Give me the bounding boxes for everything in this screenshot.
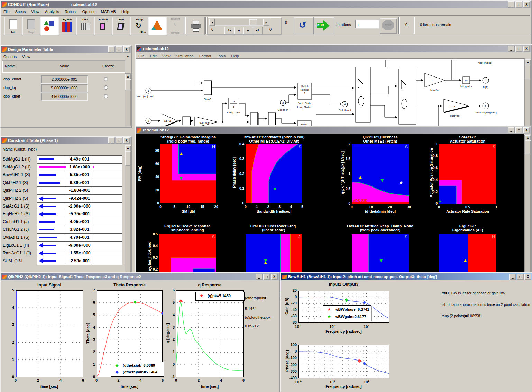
conduit-riptide-button[interactable]: CONDUIT ⑊ RIPTIDE: [166, 17, 184, 35]
freeze-radio[interactable]: [104, 94, 108, 98]
constraint-row[interactable]: CrsLnG1 2 (J)3.82e-001: [1, 226, 122, 234]
minimize-button[interactable]: _: [256, 274, 263, 280]
close-button[interactable]: X: [523, 1, 530, 8]
constraint-row[interactable]: QikPiH2 1 (S)6.89e-001: [1, 179, 122, 187]
maximize-button[interactable]: □: [515, 127, 522, 133]
slider-track[interactable]: [214, 19, 264, 26]
constraint-scrollbar[interactable]: ▲: [125, 145, 131, 274]
plot-button[interactable]: [40, 17, 58, 35]
eval-button[interactable]: Eval: [112, 17, 130, 35]
freeze-radio[interactable]: [104, 77, 108, 81]
axis-tick-label: 3: [163, 325, 175, 329]
minimize-button[interactable]: _: [508, 127, 515, 133]
menu-options[interactable]: Options: [82, 10, 95, 14]
chevron-down-icon[interactable]: ▾: [127, 55, 129, 58]
value-field[interactable]: 4.500000e+000: [41, 93, 88, 101]
minimize-button[interactable]: _: [508, 1, 515, 8]
menu-view[interactable]: View: [31, 10, 39, 14]
iterations-input[interactable]: [355, 20, 379, 29]
print-button[interactable]: [187, 17, 205, 35]
constraint-row[interactable]: OvsAtH1 1 (S)4.70e-001: [1, 234, 122, 241]
menu-analysis[interactable]: Analysis: [45, 10, 59, 14]
constraint-row[interactable]: SUM_OBJ-2.53e-001: [1, 257, 122, 265]
gain-neg1-block[interactable]: [425, 73, 445, 87]
close-button[interactable]: X: [123, 46, 130, 53]
constraint-bar: [43, 213, 56, 215]
menu-specs[interactable]: Specs: [15, 10, 26, 14]
menu-file[interactable]: File: [3, 10, 10, 14]
slider-thumb[interactable]: [249, 19, 257, 25]
constraint-row[interactable]: FrqHeH2 1 (S)-5.75e-001: [1, 210, 122, 218]
qikpih2-titlebar[interactable]: QikPiH2 (QikPiH2 1): Input Signal1 Theta…: [1, 273, 279, 280]
menu-tools[interactable]: Tools: [217, 54, 226, 58]
freeze-radio[interactable]: [104, 85, 108, 90]
constraint-row[interactable]: StbMgG1 2 (H)1.68e+000: [1, 163, 122, 171]
simulink-titlebar[interactable]: rcdemoLab12 _ □ X: [136, 45, 531, 52]
constraint-row[interactable]: EigLcG1 1 (H)-9.00e+000: [1, 241, 122, 249]
hqmin-button[interactable]: HQ MIN: [58, 17, 76, 35]
pcomb-button[interactable]: Pcomb: [94, 17, 112, 35]
constraint-row[interactable]: QikPiH2 2 (S)-1.80e-001: [1, 186, 122, 194]
maximize-button[interactable]: □: [515, 46, 522, 52]
sum2-block[interactable]: [268, 112, 275, 125]
menu-simulation[interactable]: Simulation: [176, 54, 193, 58]
close-button[interactable]: X: [523, 127, 530, 133]
close-button[interactable]: X: [523, 46, 530, 52]
sum-block[interactable]: [183, 117, 190, 125]
sum1-block[interactable]: [251, 112, 258, 125]
constraint-row[interactable]: SatAcG1 1 (S)-2.00e+000: [1, 202, 122, 210]
goto-start-button[interactable]: I◀: [224, 27, 235, 34]
spec-ylabel: PM [deg]: [138, 163, 142, 184]
menu-view[interactable]: View: [162, 54, 171, 58]
maximize-button[interactable]: □: [517, 274, 524, 280]
sopt-button[interactable]: Sopt: [22, 17, 40, 35]
menu-file[interactable]: File: [138, 54, 145, 58]
constraint-row[interactable]: CrsLnG1 1 (J)4.05e-001: [1, 218, 122, 226]
gain-573-block[interactable]: [444, 99, 469, 112]
constraint-row[interactable]: QikPiH2 3 (S)-9.42e-001: [1, 194, 122, 202]
maximize-button[interactable]: □: [263, 274, 270, 280]
constraint-row[interactable]: BnwAtH1 1 (S)5.35e-001: [1, 171, 122, 179]
menu-help[interactable]: Help: [231, 54, 239, 58]
mux-block-1[interactable]: [356, 67, 370, 122]
minimize-button[interactable]: _: [508, 46, 515, 52]
minimize-button[interactable]: _: [108, 46, 115, 53]
bnwath1-titlebar[interactable]: BnwAtH1 (BnwAtH1 1): Input2: pitch att c…: [281, 273, 532, 280]
slider-right-arrow[interactable]: ▸: [263, 19, 269, 26]
close-button[interactable]: X: [524, 274, 531, 280]
maximize-button[interactable]: □: [116, 46, 122, 53]
design-table-titlebar[interactable]: Design Parameter Table _ □ X: [1, 46, 131, 53]
spec-plot-bnwath1: S: [246, 144, 302, 203]
close-button[interactable]: X: [271, 274, 278, 280]
menu-options[interactable]: Options: [3, 55, 17, 59]
constraint-row[interactable]: StbMgG1 1 (H)4.49e-001: [1, 155, 122, 163]
maximize-button[interactable]: □: [515, 1, 522, 8]
annotation: (dtheta)min=: [245, 296, 266, 300]
menu-matlab[interactable]: MATLAB: [101, 10, 116, 14]
matlab-button[interactable]: [148, 17, 166, 35]
step-back-button[interactable]: ◀: [234, 27, 244, 34]
menu-help[interactable]: Help: [121, 10, 129, 14]
value-field[interactable]: 5.000000e+000: [41, 84, 88, 92]
menu-view[interactable]: View: [22, 55, 30, 59]
step-forward-button[interactable]: ▶: [243, 27, 253, 34]
sum3-block[interactable]: [204, 80, 211, 95]
value-field[interactable]: 2.000000e-001: [41, 75, 88, 84]
spec-window-titlebar[interactable]: rcdemoLab12 _ □ X: [136, 127, 531, 134]
run-button[interactable]: RUN: [314, 17, 334, 34]
stop-button[interactable]: STOP: [380, 18, 397, 34]
mux-block-2[interactable]: [399, 69, 416, 124]
setup-run-button[interactable]: Setup ↻ Run: [130, 17, 148, 35]
design-scrollbar[interactable]: ▲: [125, 73, 131, 126]
init-button[interactable]: Init: [4, 17, 22, 35]
dps-button[interactable]: DP's: [76, 17, 94, 35]
menu-robust[interactable]: Robust: [65, 10, 77, 14]
menu-format[interactable]: Format: [199, 54, 211, 58]
menu-edit[interactable]: Edit: [150, 54, 157, 58]
conduit-titlebar[interactable]: CONDUIT (Run Mode) rcdemoLab12 _ □ X: [1, 1, 531, 8]
undo-button[interactable]: ↻: [294, 17, 314, 34]
minimize-button[interactable]: _: [509, 274, 516, 280]
simulink-scrollbar[interactable]: ▲: [524, 59, 531, 127]
goto-end-button[interactable]: ▶I: [253, 27, 263, 34]
constraint-row[interactable]: RmsAcG1 1 (J)-1.55e+000: [1, 249, 122, 257]
